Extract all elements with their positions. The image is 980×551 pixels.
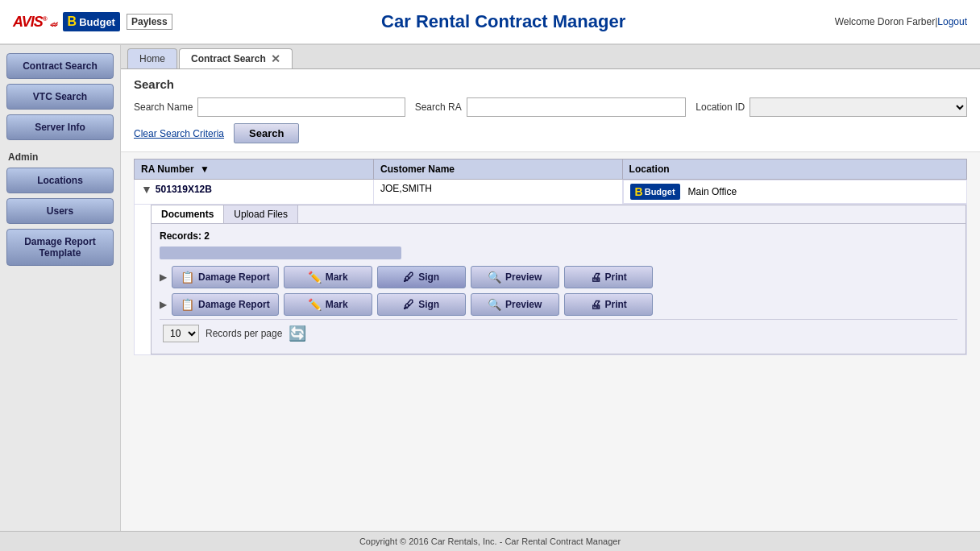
doc-action-row-2: ▶ 📋 Damage Report ✏️ Mark <box>160 293 957 316</box>
row2-mark-button[interactable]: ✏️ Mark <box>284 293 372 316</box>
tab-upload-files[interactable]: Upload Files <box>224 205 298 223</box>
ra-number-cell: ▼ 501319X12B <box>135 180 374 205</box>
search-name-label: Search Name <box>134 102 193 113</box>
tab-home[interactable]: Home <box>127 48 177 68</box>
footer-text: Copyright © 2016 Car Rentals, Inc. - Car… <box>359 536 621 546</box>
col-header-ra-number[interactable]: RA Number ▼ <box>135 160 374 180</box>
close-icon[interactable]: ✕ <box>271 53 280 64</box>
pagination-row: 10 25 50 Records per page 🔄 <box>160 319 957 347</box>
row2-preview-button[interactable]: 🔍 Preview <box>471 293 559 316</box>
search-ra-label: Search RA <box>415 102 462 113</box>
location-cell: BBudget Main Office <box>623 180 967 204</box>
budget-logo: BBudget <box>63 12 120 31</box>
refresh-icon[interactable]: 🔄 <box>289 325 306 342</box>
search-actions: Clear Search Criteria Search <box>134 123 967 143</box>
tab-contract-search[interactable]: Contract Search ✕ <box>179 48 293 68</box>
budget-brand-badge: BBudget <box>630 184 680 200</box>
row1-expand-icon[interactable]: ▶ <box>160 271 167 283</box>
row2-print-button[interactable]: 🖨 Print <box>564 293 653 316</box>
avis-text: AVIS <box>13 14 43 30</box>
col-header-customer-name[interactable]: Customer Name <box>373 160 622 180</box>
preview-icon-row2: 🔍 <box>488 298 501 311</box>
sidebar-item-vtc-search[interactable]: VTC Search <box>6 84 114 110</box>
main-layout: Contract Search VTC Search Server Info A… <box>0 45 980 531</box>
sidebar-item-users[interactable]: Users <box>6 198 114 224</box>
doc-action-row-1: ▶ 📋 Damage Report ✏️ Mark <box>160 266 957 288</box>
progress-bar <box>160 246 401 259</box>
row2-expand-icon[interactable]: ▶ <box>160 299 167 310</box>
results-area: RA Number ▼ Customer Name Location <box>121 152 980 531</box>
avis-logo: AVIS® 🏎 <box>13 14 56 31</box>
sidebar: Contract Search VTC Search Server Info A… <box>0 45 121 531</box>
table-row: ▼ 501319X12B JOE,SMITH BBudget Main Offi… <box>135 180 967 205</box>
docs-tabs: Documents Upload Files <box>152 205 965 224</box>
tabs-bar: Home Contract Search ✕ <box>121 45 980 69</box>
footer: Copyright © 2016 Car Rentals, Inc. - Car… <box>0 531 980 551</box>
header-user: Welcome Doron Farber|Logout <box>835 16 967 27</box>
mark-icon: ✏️ <box>308 271 322 284</box>
content-area: Home Contract Search ✕ Search Search Nam… <box>121 45 980 531</box>
search-ra-input[interactable] <box>467 97 687 117</box>
print-icon-row2: 🖨 <box>590 298 601 311</box>
app-title: Car Rental Contract Manager <box>172 11 835 32</box>
location-value: Main Office <box>688 186 737 197</box>
location-id-group: Location ID <box>696 97 967 117</box>
sidebar-item-server-info[interactable]: Server Info <box>6 114 114 140</box>
damage-report-icon-2: 📋 <box>181 298 194 311</box>
row1-mark-button[interactable]: ✏️ Mark <box>284 266 372 288</box>
search-name-input[interactable] <box>197 97 405 117</box>
results-table-header: RA Number ▼ Customer Name Location <box>135 160 967 180</box>
ra-number-value: 501319X12B <box>156 184 212 195</box>
col-header-location[interactable]: Location <box>622 160 966 180</box>
admin-label: Admin <box>6 151 114 163</box>
docs-content: Records: 2 ▶ <box>152 224 965 354</box>
search-panel: Search Search Name Search RA Location ID <box>121 69 980 152</box>
search-name-group: Search Name <box>134 97 405 117</box>
records-count: Records: 2 <box>160 230 957 242</box>
tab-documents[interactable]: Documents <box>152 205 224 223</box>
sidebar-item-damage-report-template[interactable]: Damage Report Template <box>6 229 114 266</box>
doc-action-rows: ▶ 📋 Damage Report ✏️ Mark <box>160 266 957 316</box>
documents-cell: Documents Upload Files Records: 2 <box>135 205 967 355</box>
sidebar-item-locations[interactable]: Locations <box>6 168 114 193</box>
location-id-label: Location ID <box>696 102 745 113</box>
logos-group: AVIS® 🏎 BBudget Payless <box>13 12 172 31</box>
per-page-label: Records per page <box>206 328 282 339</box>
row1-sign-button[interactable]: 🖊 Sign <box>377 266 466 288</box>
preview-icon-row1: 🔍 <box>488 271 501 284</box>
row1-print-button[interactable]: 🖨 Print <box>564 266 653 288</box>
search-button[interactable]: Search <box>234 123 299 143</box>
logout-link[interactable]: Logout <box>937 16 967 27</box>
header: AVIS® 🏎 BBudget Payless Car Rental Contr… <box>0 0 980 45</box>
mark-icon-2: ✏️ <box>308 298 322 311</box>
payless-logo: Payless <box>127 14 172 30</box>
row2-sign-button[interactable]: 🖊 Sign <box>377 293 466 316</box>
row1-preview-button[interactable]: 🔍 Preview <box>471 266 559 288</box>
results-table: RA Number ▼ Customer Name Location <box>134 159 967 355</box>
row1-damage-report-button[interactable]: 📋 Damage Report <box>172 266 279 288</box>
search-title: Search <box>134 77 967 91</box>
sort-desc-icon: ▼ <box>200 164 210 175</box>
customer-name-cell: JOE,SMITH <box>373 180 622 205</box>
sign-icon-row2: 🖊 <box>403 298 414 311</box>
clear-search-link[interactable]: Clear Search Criteria <box>134 128 224 139</box>
sidebar-item-contract-search[interactable]: Contract Search <box>6 53 114 79</box>
sign-icon-row1: 🖊 <box>403 271 414 284</box>
search-fields-row: Search Name Search RA Location ID <box>134 97 967 117</box>
search-ra-group: Search RA <box>415 97 687 117</box>
results-table-body: ▼ 501319X12B JOE,SMITH BBudget Main Offi… <box>135 180 967 355</box>
damage-report-icon: 📋 <box>181 271 194 284</box>
per-page-select[interactable]: 10 25 50 <box>163 325 199 342</box>
documents-row: Documents Upload Files Records: 2 <box>135 205 967 355</box>
welcome-text: Welcome Doron Farber <box>835 16 936 27</box>
expand-arrow-icon[interactable]: ▼ <box>141 183 152 196</box>
print-icon-row1: 🖨 <box>590 271 601 284</box>
row2-damage-report-button[interactable]: 📋 Damage Report <box>172 293 279 316</box>
customer-name-value: JOE,SMITH <box>380 183 432 194</box>
documents-panel: Documents Upload Files Records: 2 <box>151 205 966 354</box>
location-id-select[interactable] <box>750 97 967 117</box>
